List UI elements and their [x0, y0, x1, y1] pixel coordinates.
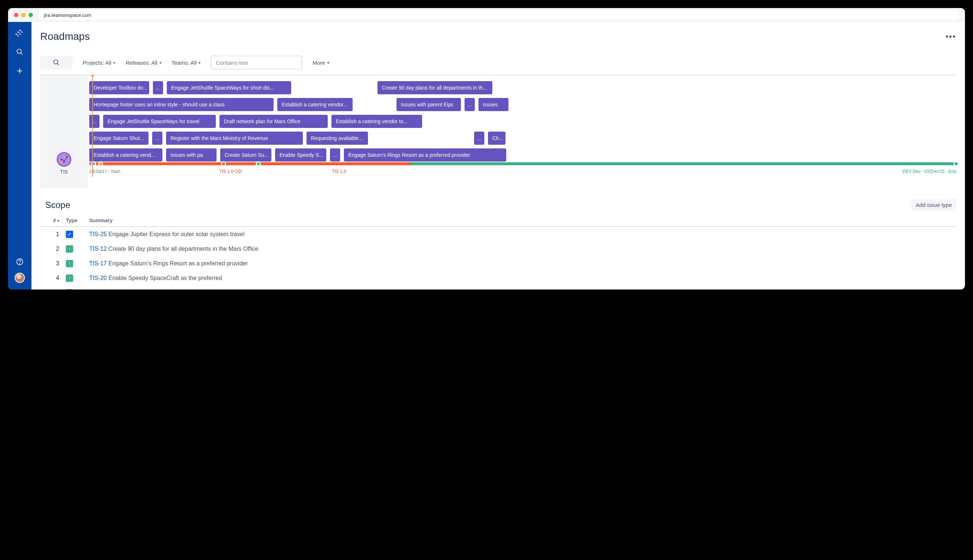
window-close-icon[interactable]: [14, 13, 18, 17]
roadmap-item[interactable]: Developer Toolbox do...: [89, 81, 149, 94]
improvement-type-icon: ↑: [66, 289, 73, 290]
scope-title: Scope: [45, 200, 70, 210]
roadmap-item[interactable]: Requesting avaliable...: [306, 132, 368, 145]
timeline-label: DEV Dev - 03/Dec/15 - End: [903, 169, 956, 174]
scope-row[interactable]: 2↑TIS-12 Create 90 day plans for all dep…: [40, 242, 956, 256]
roadmap-item[interactable]: Homepage footer uses an inline style - s…: [89, 98, 274, 111]
roadmap-item[interactable]: ...: [330, 148, 340, 162]
timeline-marker[interactable]: [98, 161, 103, 166]
improvement-type-icon: ↑: [66, 275, 73, 282]
roadmap-item[interactable]: ...: [152, 132, 162, 145]
scope-table-header: # ▾ Type Summary: [40, 215, 956, 227]
jira-logo-icon[interactable]: [15, 28, 24, 37]
issue-summary: Create 90 day plans for all departments …: [108, 246, 258, 252]
row-number: 1: [40, 231, 66, 238]
roadmap-item[interactable]: ...: [153, 81, 163, 94]
svg-point-0: [17, 49, 22, 54]
row-number: 3: [40, 260, 66, 267]
timeline-marker[interactable]: [91, 161, 96, 166]
window-zoom-icon[interactable]: [28, 13, 33, 17]
row-number: 2: [40, 246, 66, 252]
roadmap-grid: Developer Toolbox do......Engage JetShut…: [88, 75, 956, 188]
timeline-label: TIS 1.0-OD: [219, 169, 242, 174]
search-icon[interactable]: [15, 48, 24, 56]
scope-row[interactable]: 1✓TIS-25 Engage Jupiter Express for oute…: [40, 227, 956, 242]
roadmap-item[interactable]: Issues with parent Eipc: [396, 98, 461, 111]
issue-key-link[interactable]: TIS-25: [89, 231, 108, 237]
help-icon[interactable]: [15, 257, 24, 266]
filter-bar: Projects: All ▾ Releases: All ▾ Teams: A…: [40, 55, 956, 75]
roadmap-item[interactable]: Engage Saturn Shut...: [89, 132, 149, 145]
window-minimize-icon[interactable]: [21, 13, 26, 17]
chevron-down-icon: ▾: [199, 61, 201, 65]
chevron-down-icon: ▾: [57, 218, 59, 223]
roadmap-item[interactable]: Engage Saturn's Rings Resort as a prefer…: [344, 148, 506, 162]
browser-chrome: jira.teamsinspace.com: [8, 8, 965, 22]
roadmap-item[interactable]: Issues: [478, 98, 508, 111]
timeline-label: TIS 1.5: [332, 169, 346, 174]
column-type[interactable]: Type: [66, 217, 89, 223]
page-more-menu[interactable]: •••: [946, 32, 956, 41]
add-issue-type-button[interactable]: Add issue type: [911, 199, 956, 211]
filter-projects[interactable]: Projects: All ▾: [83, 60, 115, 66]
improvement-type-icon: ↑: [66, 260, 73, 267]
roadmap-item[interactable]: Establish a catering vendor...: [277, 98, 353, 111]
roadmap-item[interactable]: Create Saturn Su...: [220, 148, 271, 162]
svg-point-5: [20, 263, 20, 264]
url-bar[interactable]: jira.teamsinspace.com: [39, 10, 959, 20]
improvement-type-icon: ↑: [66, 245, 73, 253]
roadmap-item[interactable]: Engage JetShuttle SpaceWays for short di…: [167, 81, 291, 94]
roadmap-item[interactable]: Draft network plan for Mars Office: [219, 115, 328, 128]
filter-more[interactable]: More ▾: [313, 60, 329, 66]
scope-row[interactable]: 5↑TIS-15 Engage Saturn Shuttle Lines for…: [40, 285, 956, 290]
issue-key-link[interactable]: TIS-17: [89, 260, 108, 267]
page-title: Roadmaps: [40, 31, 90, 42]
chevron-down-icon: ▾: [159, 61, 161, 65]
timeline-marker[interactable]: [256, 161, 261, 166]
issue-summary: Engage Saturn's Rings Resort as a prefer…: [108, 260, 247, 267]
scope-row[interactable]: 3↑TIS-17 Engage Saturn's Rings Resort as…: [40, 256, 956, 271]
lane-label: 🚀 TIS: [40, 75, 88, 188]
column-number[interactable]: # ▾: [40, 217, 66, 223]
profile-avatar[interactable]: [15, 273, 25, 283]
today-indicator: [92, 75, 93, 177]
issue-key-link[interactable]: TIS-20: [89, 275, 108, 281]
svg-point-6: [54, 60, 58, 64]
roadmap-item[interactable]: Engage JetShuttle SpaceWays for travel: [103, 115, 216, 128]
roadmap-item[interactable]: Establish a catering vend...: [89, 148, 162, 162]
chevron-down-icon: ▾: [114, 61, 115, 65]
filter-search-button[interactable]: [40, 55, 72, 70]
svg-line-7: [57, 63, 59, 65]
scope-row[interactable]: 4↑TIS-20 Enable Speedy SpaceCraft as the…: [40, 271, 956, 285]
roadmap-item[interactable]: Ch...: [488, 132, 505, 145]
roadmap-item[interactable]: ...: [465, 98, 475, 111]
issue-summary: Engage Jupiter Express for outer solar s…: [108, 231, 244, 237]
team-name: TIS: [60, 169, 68, 175]
create-icon[interactable]: [15, 67, 24, 75]
filter-text-input[interactable]: [211, 55, 302, 70]
global-sidebar: [8, 22, 32, 290]
filter-releases[interactable]: Releases: All ▾: [125, 60, 161, 66]
chevron-down-icon: ▾: [328, 61, 329, 65]
row-number: 4: [40, 275, 66, 282]
issue-key-link[interactable]: TIS-12: [89, 246, 108, 252]
roadmap-item[interactable]: Enable Speedy S...: [275, 148, 326, 162]
team-avatar-icon[interactable]: 🚀: [57, 152, 71, 167]
roadmap-item[interactable]: Create 90 day plans for all departments …: [378, 81, 492, 94]
url-text: jira.teamsinspace.com: [44, 12, 91, 18]
column-summary[interactable]: Summary: [89, 217, 956, 223]
roadmap-item[interactable]: Register with the Mars Ministry of Reven…: [166, 132, 303, 145]
timeline-marker[interactable]: [221, 161, 226, 166]
svg-line-1: [21, 53, 23, 55]
roadmap-item[interactable]: ...: [89, 115, 100, 128]
roadmap-item[interactable]: Establish a catering vendor to...: [331, 115, 422, 128]
timeline-marker[interactable]: [954, 161, 959, 166]
roadmap-item[interactable]: ...: [474, 132, 484, 145]
roadmap-item[interactable]: Issues with pa: [166, 148, 217, 162]
timeline-label: 24/Jul/17 - Start: [89, 169, 120, 174]
task-type-icon: ✓: [66, 231, 73, 238]
filter-teams[interactable]: Teams: All ▾: [172, 60, 201, 66]
timeline-bar[interactable]: [89, 162, 956, 165]
issue-summary: Enable Speedy SpaceCraft as the preferre…: [108, 275, 222, 281]
